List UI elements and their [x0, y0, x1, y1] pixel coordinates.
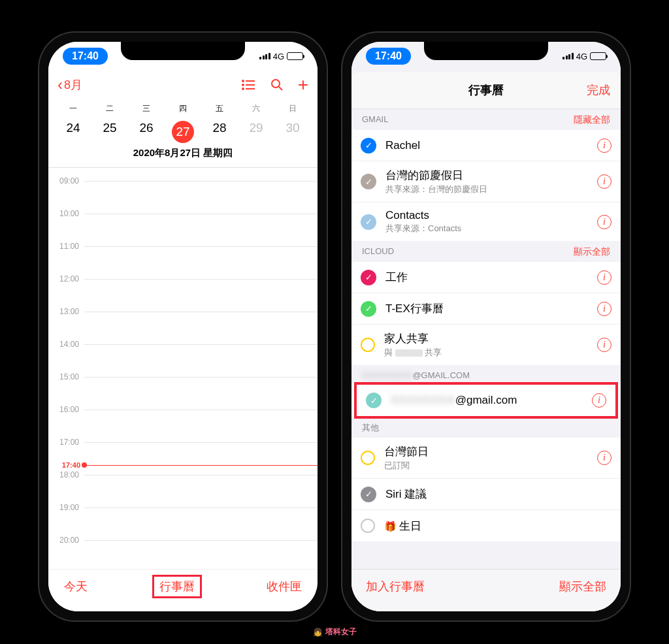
calendar-check-icon[interactable]: ✓ [361, 487, 376, 502]
hour-row: 19:00 [48, 507, 318, 540]
hour-row: 16:00 [48, 410, 318, 442]
hour-label: 17:00 [48, 438, 84, 447]
calendar-title: Rachel [385, 139, 597, 152]
calendar-title: Contacts [385, 209, 597, 222]
calendar-row[interactable]: 台灣節日已訂閱i [351, 438, 621, 479]
calendar-title: T-EX行事曆 [385, 301, 597, 316]
calendar-row[interactable]: 家人共享與 共享i [351, 325, 621, 365]
section-title: XXXXXXXX@GMAIL.COM [362, 370, 470, 380]
calendar-row[interactable]: ✓Siri 建議 [351, 479, 621, 510]
calendar-check-icon[interactable] [361, 338, 375, 352]
date-title: 2020年8月27日 星期四 [55, 147, 311, 163]
section-action[interactable]: 隱藏全部 [574, 114, 610, 126]
hour-label: 11:00 [48, 242, 84, 251]
calendars-sheet: 行事曆 完成 GMAIL隱藏全部✓Racheli✓台灣的節慶假日共享來源：台灣的… [351, 72, 621, 611]
toolbar: 今天 行事曆 收件匣 [48, 569, 318, 611]
info-icon[interactable]: i [597, 174, 612, 189]
hour-label: 15:00 [48, 372, 84, 381]
calendar-row[interactable]: ✓Racheli [351, 130, 621, 161]
hour-label: 10:00 [48, 209, 84, 218]
weekday-label: 三 [128, 102, 165, 116]
section-header: GMAIL隱藏全部 [351, 109, 621, 130]
section-action[interactable]: 顯示全部 [574, 246, 610, 258]
weekday-label: 四 [165, 102, 201, 116]
section-header: XXXXXXXX@GMAIL.COM [351, 365, 621, 384]
calendar-check-icon[interactable]: ✓ [361, 174, 376, 189]
weekday-label: 二 [91, 102, 128, 116]
info-icon[interactable]: i [597, 338, 612, 352]
show-all-button[interactable]: 顯示全部 [559, 579, 606, 594]
hour-label: 18:00 [48, 470, 84, 479]
info-icon[interactable]: i [597, 215, 612, 229]
back-label: 8月 [64, 77, 82, 93]
svg-point-5 [242, 88, 244, 89]
svg-line-7 [279, 87, 282, 90]
add-calendar-button[interactable]: 加入行事曆 [366, 579, 425, 594]
calendar-row[interactable]: ✓Contacts共享來源：Contactsi [351, 202, 621, 241]
calendar-check-icon[interactable]: ✓ [361, 138, 376, 153]
section-title: 其他 [362, 422, 379, 434]
signal-icon [563, 53, 574, 59]
info-icon[interactable]: i [592, 393, 606, 408]
hour-row: 17:00 [48, 442, 318, 475]
info-icon[interactable]: i [597, 302, 612, 316]
day-cell[interactable]: 25 [91, 117, 128, 147]
search-icon[interactable] [270, 78, 284, 91]
hour-grid[interactable]: 17:40 09:0010:0011:0012:0013:0014:0015:0… [48, 168, 318, 569]
calendar-title: 工作 [385, 270, 597, 285]
back-button[interactable]: ‹ 8月 [57, 76, 82, 94]
phone-frame-left: 17:40 4G ‹ 8月 [39, 33, 327, 620]
now-indicator: 17:40 [48, 461, 318, 469]
calendar-row[interactable]: ✓台灣的節慶假日共享來源：台灣的節慶假日i [351, 161, 621, 202]
calendar-row[interactable]: ✓T-EX行事曆i [351, 293, 621, 325]
calendar-check-icon[interactable]: ✓ [361, 270, 376, 285]
day-cell[interactable]: 28 [201, 117, 238, 147]
day-cell[interactable]: 27 [165, 117, 201, 147]
status-time[interactable]: 17:40 [63, 48, 108, 65]
svg-point-4 [242, 84, 244, 86]
calendar-check-icon[interactable] [361, 451, 375, 465]
info-icon[interactable]: i [597, 451, 612, 465]
calendar-title: 🎁生日 [384, 519, 612, 534]
hour-row: 18:00 [48, 475, 318, 507]
hour-label: 16:00 [48, 405, 84, 414]
calendar-list: ✓工作i✓T-EX行事曆i家人共享與 共享i [351, 262, 621, 365]
add-icon[interactable]: + [298, 78, 308, 91]
today-button[interactable]: 今天 [64, 579, 88, 594]
sheet-toolbar: 加入行事曆 顯示全部 [351, 569, 621, 611]
gift-icon: 🎁 [384, 521, 397, 532]
day-cell[interactable]: 29 [238, 117, 274, 147]
network-label: 4G [576, 52, 587, 61]
watermark: 👧塔科女子 [313, 626, 357, 637]
done-button[interactable]: 完成 [587, 82, 610, 98]
calendar-title: Siri 建議 [385, 487, 612, 502]
calendar-check-icon[interactable]: ✓ [361, 214, 376, 230]
phone-frame-right: 17:40 4G 行事曆 完成 [342, 33, 630, 620]
section-header: ICLOUD顯示全部 [351, 241, 621, 262]
calendar-row[interactable]: ✓工作i [351, 262, 621, 293]
weekday-label: 日 [274, 102, 311, 116]
week-header: 一二三四五六日 24252627282930 2020年8月27日 星期四 [48, 99, 318, 168]
section-title: ICLOUD [362, 246, 394, 258]
hour-row: 09:00 [48, 181, 318, 214]
day-cell[interactable]: 24 [55, 117, 91, 147]
day-cell[interactable]: 26 [128, 117, 165, 147]
hour-label: 13:00 [48, 307, 84, 316]
calendar-row[interactable]: 🎁生日 [351, 510, 621, 541]
hour-label: 12:00 [48, 274, 84, 283]
info-icon[interactable]: i [597, 138, 612, 153]
hour-label: 19:00 [48, 503, 84, 512]
svg-point-3 [242, 80, 244, 82]
calendars-button[interactable]: 行事曆 [159, 580, 195, 593]
calendar-check-icon[interactable] [361, 519, 375, 533]
list-icon[interactable] [242, 79, 256, 91]
status-time[interactable]: 17:40 [366, 48, 411, 65]
sheet-title: 行事曆 [468, 82, 504, 98]
day-cell[interactable]: 30 [274, 117, 311, 147]
calendar-check-icon[interactable]: ✓ [366, 393, 382, 408]
calendar-row[interactable]: ✓XXXXXXXX@gmail.comi [357, 385, 615, 416]
calendar-check-icon[interactable]: ✓ [361, 301, 376, 317]
inbox-button[interactable]: 收件匣 [267, 579, 302, 594]
info-icon[interactable]: i [597, 270, 612, 285]
hour-row: 11:00 [48, 246, 318, 279]
